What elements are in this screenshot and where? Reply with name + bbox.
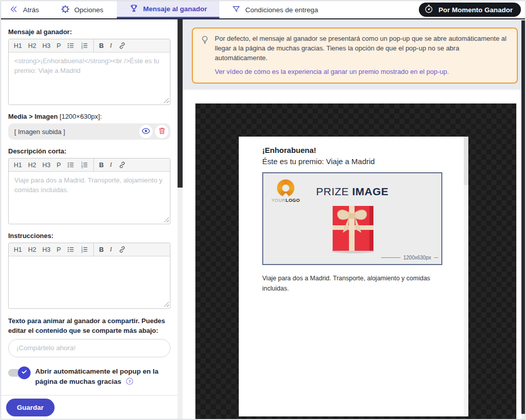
toolbar-separator <box>93 159 94 172</box>
bullet-list-icon[interactable] <box>64 244 78 255</box>
tab-winner-message-label: Mensaje al ganador <box>143 5 207 13</box>
uploaded-image-field: [ Imagen subida ] <box>8 123 170 140</box>
prize-image-placeholder: YOURLOGO PRIZE IMAGE <box>262 172 442 265</box>
editor-h3-button[interactable]: H3 <box>39 161 54 170</box>
preview-area: ¡Enhorabuena! Éste es tu premio: Viaje a… <box>183 90 525 419</box>
short-description-input[interactable]: Viaje para dos a Madrid. Transporte, alo… <box>9 172 170 224</box>
preview-panel: Por defecto, el mensaje al ganador se pr… <box>183 19 525 419</box>
share-text-label: Texto para animar al ganador a compartir… <box>8 317 170 336</box>
check-icon <box>21 368 28 377</box>
ordered-list-icon[interactable]: 123 <box>78 160 91 170</box>
short-description-editor: H1 H2 H3 P 123 B I <box>8 158 170 224</box>
winner-message-input[interactable]: <strong>¡Enhorabuena!</strong><br />Éste… <box>9 52 170 104</box>
funnel-icon <box>232 5 241 15</box>
trash-icon <box>158 126 166 137</box>
alert-text: Por defecto, el mensaje al ganador se pr… <box>215 35 507 62</box>
editor-bold-button[interactable]: B <box>96 41 107 50</box>
svg-text:3: 3 <box>81 47 83 49</box>
editor-h2-button[interactable]: H2 <box>25 161 39 170</box>
instructions-toolbar: H1 H2 H3 P 123 B I <box>9 243 170 256</box>
back-button[interactable]: Atrás <box>3 1 45 18</box>
popup-scrollbar-thumb[interactable] <box>464 137 468 185</box>
tab-winner-message[interactable]: Mensaje al ganador <box>117 1 219 18</box>
editor-h1-button[interactable]: H1 <box>11 41 25 50</box>
editor-h2-button[interactable]: H2 <box>25 41 39 50</box>
topbar: Atrás <box>1 1 525 19</box>
preview-image-button[interactable] <box>139 125 153 138</box>
help-icon[interactable]: ? <box>126 377 134 388</box>
left-panel-scrollbar-thumb[interactable] <box>178 19 183 188</box>
winner-moment-mode-button[interactable]: Por Momento Ganador <box>419 3 521 17</box>
editor-h1-button[interactable]: H1 <box>11 161 25 170</box>
editor-h2-button[interactable]: H2 <box>25 245 39 254</box>
winner-message-label: Mensaje al ganador: <box>8 28 170 36</box>
delete-image-button[interactable] <box>155 125 168 138</box>
svg-text:3: 3 <box>81 251 83 253</box>
settings-panel: Mensaje al ganador: H1 H2 H3 P 123 <box>1 19 178 419</box>
link-icon[interactable] <box>115 40 129 51</box>
alert-video-link[interactable]: Ver vídeo de cómo es la experiencia al g… <box>215 67 509 77</box>
media-image-label: Media > Imagen [1200×630px]: <box>8 113 170 120</box>
logo-text-logo: LOGO <box>286 198 300 203</box>
alert-strip: Por defecto, el mensaje al ganador se pr… <box>183 19 525 90</box>
tab-delivery-conditions[interactable]: Condiciones de entrega <box>219 1 331 18</box>
editor-h3-button[interactable]: H3 <box>39 41 54 50</box>
bullet-list-icon[interactable] <box>64 40 78 51</box>
svg-text:3: 3 <box>81 166 83 169</box>
instructions-input[interactable] <box>9 256 170 308</box>
popup-subtitle: Éste es tu premio: Viaje a Madrid <box>262 157 445 166</box>
link-icon[interactable] <box>115 244 129 255</box>
short-description-label: Descripción corta: <box>8 147 170 155</box>
editor-paragraph-button[interactable]: P <box>54 245 64 254</box>
back-label: Atrás <box>23 6 39 14</box>
short-description-toolbar: H1 H2 H3 P 123 B I <box>9 159 170 172</box>
share-text-input[interactable] <box>8 339 170 357</box>
editor-paragraph-button[interactable]: P <box>54 161 64 170</box>
ordered-list-icon[interactable]: 123 <box>78 244 91 255</box>
link-icon[interactable] <box>115 160 129 170</box>
editor-italic-button[interactable]: I <box>107 41 115 50</box>
options-button[interactable]: Opciones <box>55 1 110 18</box>
image-size-hint: 1200x630px <box>381 255 439 260</box>
winner-moment-mode-label: Por Momento Ganador <box>438 6 513 14</box>
toolbar-separator <box>93 39 94 52</box>
size-hint-line <box>381 257 400 258</box>
editor-h1-button[interactable]: H1 <box>11 245 25 254</box>
popup-preview-backdrop: ¡Enhorabuena! Éste es tu premio: Viaje a… <box>195 103 516 419</box>
eye-icon <box>141 126 151 137</box>
right-panel-scrollbar-thumb[interactable] <box>521 20 525 414</box>
stopwatch-icon <box>423 4 434 16</box>
logo-text-your: YOUR <box>271 198 286 203</box>
editor-bold-button[interactable]: B <box>96 161 107 170</box>
double-chevron-left-icon <box>9 5 18 15</box>
gift-box-image <box>322 192 384 257</box>
save-button[interactable]: Guardar <box>6 399 55 416</box>
gear-icon <box>61 5 70 15</box>
instructions-label: Instrucciones: <box>8 232 170 240</box>
editor-bold-button[interactable]: B <box>96 245 107 254</box>
popup-scrollbar[interactable] <box>464 137 468 416</box>
ordered-list-icon[interactable]: 123 <box>78 40 91 51</box>
info-alert: Por defecto, el mensaje al ganador se pr… <box>192 28 518 84</box>
options-label: Opciones <box>74 6 104 14</box>
winner-popup-card: ¡Enhorabuena! Éste es tu premio: Viaje a… <box>239 137 468 416</box>
editor-h3-button[interactable]: H3 <box>39 245 54 254</box>
instructions-editor: H1 H2 H3 P 123 B I <box>8 243 170 309</box>
editor-italic-button[interactable]: I <box>107 160 115 170</box>
uploaded-image-value: [ Imagen subida ] <box>14 128 65 136</box>
auto-open-toggle[interactable] <box>8 369 29 377</box>
right-panel-scrollbar[interactable] <box>521 20 525 419</box>
app-window: Atrás <box>1 1 525 419</box>
editor-paragraph-button[interactable]: P <box>54 41 64 50</box>
bullet-list-icon[interactable] <box>64 160 78 170</box>
panel-footer: Guardar <box>1 395 178 419</box>
toggle-knob <box>18 366 31 379</box>
trophy-icon <box>129 4 139 15</box>
tab-delivery-conditions-label: Condiciones de entrega <box>245 6 318 14</box>
toolbar-separator <box>93 243 94 256</box>
popup-title: ¡Enhorabuena! <box>262 146 445 154</box>
size-hint-line <box>434 257 438 258</box>
editor-italic-button[interactable]: I <box>107 245 115 254</box>
left-panel-scrollbar[interactable] <box>178 19 183 419</box>
svg-text:?: ? <box>128 379 131 384</box>
